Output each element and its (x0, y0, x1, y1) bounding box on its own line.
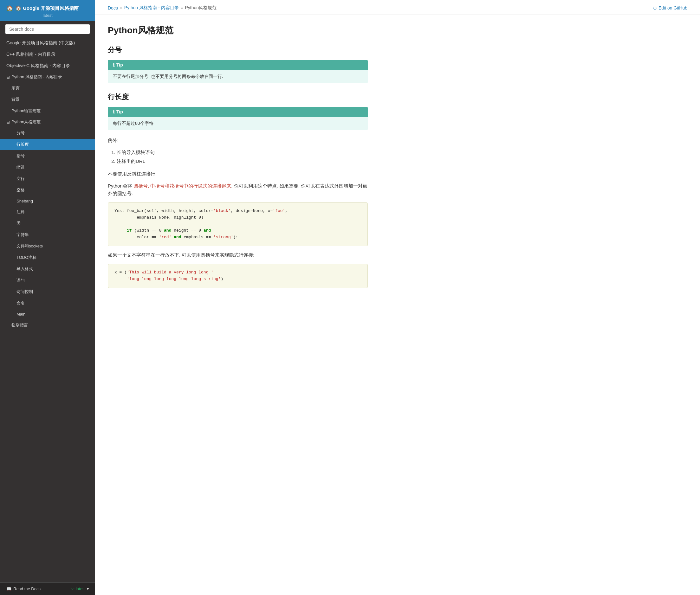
tip-header-semicolons: ℹ Tip (108, 60, 368, 70)
sidebar-item-blank-lines[interactable]: 空行 (0, 173, 95, 185)
sidebar-item-strings[interactable]: 字符串 (0, 229, 95, 240)
sidebar-item-background[interactable]: 背景 (0, 94, 95, 105)
home-icon: 🏠 (6, 5, 13, 12)
para1-no-backslash: 不要使用反斜杠连接行. (108, 170, 368, 178)
search-input[interactable] (5, 24, 90, 34)
tip-header-line-length: ℹ Tip (108, 107, 368, 117)
section-title-line-length: 行长度 (108, 92, 368, 102)
exception-item-1: 长的导入模块语句 (117, 149, 368, 156)
sidebar-title: 🏠 🏠 Google 开源项目风格指南 (6, 5, 89, 12)
breadcrumb: Docs » Python 风格指南 - 内容目录 » Python风格规范 (108, 5, 217, 11)
sidebar-item-main[interactable]: Main (0, 309, 95, 319)
sidebar-item-imports[interactable]: 导入格式 (0, 263, 95, 275)
search-box-wrap (0, 21, 95, 37)
tip-body-line-length: 每行不超过80个字符 (108, 117, 368, 130)
code-block-2: x = ('This will build a very long long '… (108, 264, 368, 288)
readthedocs-label: Read the Docs (13, 587, 41, 591)
sidebar-header: 🏠 🏠 Google 开源项目风格指南 latest (0, 0, 95, 21)
tip-body-text-line-length: 每行不超过80个字符 (113, 121, 154, 126)
exception-item-2: 注释里的URL (117, 158, 368, 165)
sidebar-item-naming[interactable]: 命名 (0, 298, 95, 309)
topbar: Docs » Python 风格指南 - 内容目录 » Python风格规范 ⊙… (95, 0, 700, 15)
exception-list: 长的导入模块语句 注释里的URL (108, 149, 368, 165)
python-toc-label: Python 风格指南 - 内容目录 (11, 74, 62, 80)
sidebar-version: latest (6, 13, 89, 18)
para3-implicit-line-join: 如果一个文本字符串在一行放不下, 可以使用圆括号来实现隐式行连接: (108, 251, 368, 259)
sidebar-item-statements[interactable]: 语句 (0, 275, 95, 286)
breadcrumb-sep-1: » (120, 5, 123, 10)
sidebar-footer-version-wrap[interactable]: v: latest ▾ (71, 587, 89, 591)
sidebar-item-parentheses[interactable]: 括号 (0, 150, 95, 162)
tip-header-label-line-length: Tip (116, 109, 123, 114)
book-icon: 📖 (6, 587, 11, 591)
python-style-label: Python风格规范 (11, 119, 41, 125)
breadcrumb-current: Python风格规范 (185, 5, 217, 11)
breadcrumb-docs[interactable]: Docs (108, 5, 118, 10)
main-content: Docs » Python 风格指南 - 内容目录 » Python风格规范 ⊙… (95, 0, 700, 595)
code-block-1: Yes: foo_bar(self, width, height, color=… (108, 202, 368, 246)
collapse-icon-2: ⊟ (6, 120, 10, 124)
edit-github-link[interactable]: ⊙ Edit on GitHub (653, 5, 687, 10)
tip-header-label-semicolons: Tip (116, 62, 123, 67)
sidebar-item-access-control[interactable]: 访问控制 (0, 286, 95, 298)
sidebar-item-python-lang[interactable]: Python语言规范 (0, 105, 95, 117)
sidebar-item-whitespace[interactable]: 空格 (0, 185, 95, 196)
page-title: Python风格规范 (108, 24, 368, 36)
collapse-icon: ⊟ (6, 75, 10, 80)
sidebar-item-classes[interactable]: 类 (0, 218, 95, 229)
sidebar-item-comments[interactable]: 注释 (0, 206, 95, 218)
sidebar: 🏠 🏠 Google 开源项目风格指南 latest Google 开源项目风格… (0, 0, 95, 595)
sidebar-item-indent[interactable]: 缩进 (0, 162, 95, 173)
sidebar-title-text: 🏠 Google 开源项目风格指南 (16, 5, 79, 11)
sidebar-item-todo[interactable]: TODO注释 (0, 252, 95, 263)
sidebar-item-python-style-toc[interactable]: ⊟ Python 风格指南 - 内容目录 (0, 72, 95, 82)
sidebar-item-python-style[interactable]: ⊟ Python风格规范 (0, 117, 95, 128)
sidebar-item-cpp-style[interactable]: C++ 风格指南 - 内容目录 (0, 49, 95, 60)
sidebar-footer: 📖 Read the Docs v: latest ▾ (0, 582, 95, 595)
tip-icon-semicolons: ℹ (113, 62, 114, 67)
breadcrumb-sep-2: » (181, 5, 183, 10)
content-area: Python风格规范 分号 ℹ Tip 不要在行尾加分号, 也不要用分号将两条命… (95, 15, 380, 312)
sidebar-item-files-sockets[interactable]: 文件和sockets (0, 240, 95, 252)
tip-box-semicolons: ℹ Tip 不要在行尾加分号, 也不要用分号将两条命令放在同一行. (108, 60, 368, 83)
tip-box-line-length: ℹ Tip 每行不超过80个字符 (108, 107, 368, 130)
section-title-semicolons: 分号 (108, 45, 368, 55)
sidebar-item-shebang[interactable]: Shebang (0, 196, 95, 206)
breadcrumb-toc[interactable]: Python 风格指南 - 内容目录 (124, 5, 179, 11)
sidebar-item-semicolons[interactable]: 分号 (0, 128, 95, 139)
sidebar-item-farewell[interactable]: 临别赠言 (0, 319, 95, 331)
github-icon: ⊙ (653, 5, 657, 10)
para2-implicit: Python会将 圆括号, 中括号和花括号中的行隐式的连接起来, 你可以利用这个… (108, 182, 368, 197)
tip-body-semicolons: 不要在行尾加分号, 也不要用分号将两条命令放在同一行. (108, 70, 368, 83)
edit-github-label: Edit on GitHub (658, 5, 687, 10)
exception-label: 例外: (108, 137, 368, 144)
sidebar-nav: Google 开源项目风格指南 (中文版) C++ 风格指南 - 内容目录 Ob… (0, 37, 95, 582)
sidebar-footer-readthedocs[interactable]: 📖 Read the Docs (6, 587, 41, 591)
tip-icon-line-length: ℹ (113, 109, 114, 114)
sidebar-footer-version: v: latest (71, 587, 86, 591)
implicit-link[interactable]: 圆括号, 中括号和花括号中的行隐式的连接起来 (133, 183, 231, 189)
sidebar-item-objc-style[interactable]: Objective-C 风格指南 - 内容目录 (0, 60, 95, 72)
para2-prefix: Python会将 (108, 183, 133, 189)
sidebar-item-frontpage[interactable]: 扉页 (0, 82, 95, 94)
sidebar-footer-arrow: ▾ (87, 587, 89, 591)
sidebar-item-line-length[interactable]: 行长度 (0, 139, 95, 150)
tip-body-text-semicolons: 不要在行尾加分号, 也不要用分号将两条命令放在同一行. (113, 74, 223, 79)
sidebar-item-google-style-zh[interactable]: Google 开源项目风格指南 (中文版) (0, 37, 95, 49)
